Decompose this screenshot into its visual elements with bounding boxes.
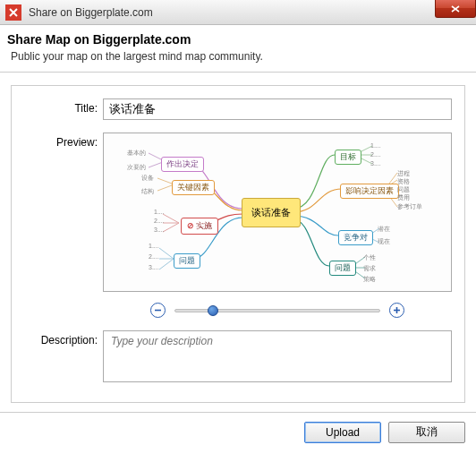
dialog-content: Title: Preview: — [0, 73, 476, 412]
title-label: Title: — [24, 98, 103, 120]
mindmap-subtext: 参考订单 — [397, 202, 422, 211]
mindmap-center-node: 谈话准备 — [242, 198, 301, 227]
dialog-footer: Upload 取消 — [0, 412, 476, 451]
mindmap-node: 作出决定 — [161, 157, 204, 172]
mindmap-subtext: 需求 — [363, 264, 376, 273]
window-titlebar: Share on Biggerplate.com — [0, 0, 476, 25]
mindmap-node: ⊘实施 — [181, 218, 218, 235]
zoom-slider-thumb[interactable] — [208, 305, 218, 316]
mindmap-subtext: 潜在 — [378, 225, 390, 234]
mindmap-subtext: 设备 — [141, 174, 154, 183]
mindmap-node: 问题 — [174, 253, 200, 269]
app-icon — [5, 4, 21, 21]
mindmap-subtext: 个性 — [363, 253, 376, 262]
description-input[interactable] — [103, 330, 452, 382]
zoom-slider-track[interactable] — [174, 309, 380, 312]
mindmap-node: 关键因素 — [172, 180, 215, 195]
mindmap-subtext: 2.... — [149, 253, 159, 260]
mindmap-subtext: 现在 — [378, 237, 390, 246]
mindmap-subtext: 2.... — [370, 151, 381, 158]
mindmap-subtext: 基本的 — [127, 149, 146, 158]
mindmap-subtext: 1.... — [149, 243, 159, 249]
mindmap-subtext: 费用 — [397, 193, 410, 202]
mindmap-node: 目标 — [335, 150, 361, 165]
title-row: Title: — [24, 98, 452, 120]
upload-button[interactable]: Upload — [304, 422, 381, 443]
mindmap-subtext: 3.... — [370, 160, 381, 167]
window-title: Share on Biggerplate.com — [29, 6, 153, 19]
description-label: Description: — [24, 330, 103, 386]
dialog-heading: Share Map on Biggerplate.com — [7, 32, 465, 47]
mindmap-subtext: 2.... — [154, 218, 165, 224]
preview-label: Preview: — [24, 133, 103, 318]
dialog-header: Share Map on Biggerplate.com Public your… — [0, 25, 476, 73]
zoom-in-button[interactable] — [389, 303, 404, 318]
mindmap-subtext: 3.... — [154, 227, 165, 233]
mindmap-node: 问题 — [329, 261, 356, 276]
window-close-button[interactable] — [435, 0, 476, 18]
mindmap-subtext: 策略 — [363, 275, 376, 284]
preview-canvas[interactable]: 谈话准备 作出决定 基本的 次要的 关键因素 设备 结构 ⊘实施 1.... 2… — [103, 133, 452, 292]
preview-row: Preview: — [24, 133, 452, 318]
mindmap-subtext: 3.... — [149, 264, 159, 270]
mindmap-subtext: 结构 — [141, 187, 154, 196]
description-row: Description: — [24, 330, 452, 386]
mindmap-node: 影响决定因素 — [340, 184, 399, 199]
title-input[interactable] — [103, 98, 452, 120]
mindmap-node: 竞争对 — [338, 230, 373, 245]
cancel-button[interactable]: 取消 — [388, 422, 465, 443]
mindmap-subtext: 1.... — [154, 209, 165, 215]
form-panel: Title: Preview: — [11, 85, 465, 403]
mindmap-subtext: 1.... — [370, 142, 381, 149]
dialog-subheading: Public your map on the largest mind map … — [11, 50, 465, 63]
zoom-out-button[interactable] — [150, 303, 166, 318]
mindmap-subtext: 次要的 — [127, 163, 146, 172]
zoom-controls — [103, 303, 452, 318]
